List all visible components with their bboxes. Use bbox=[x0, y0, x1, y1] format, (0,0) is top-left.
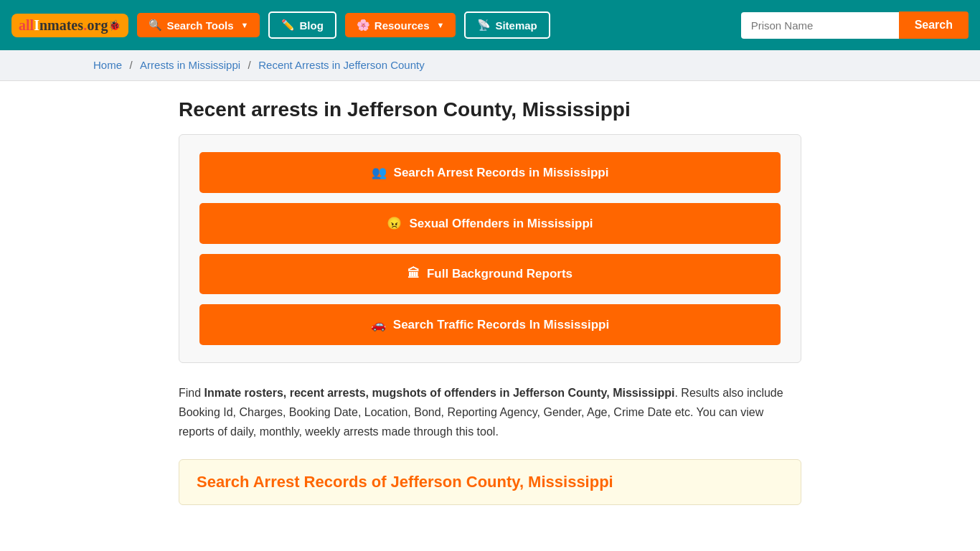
description-paragraph: Find Inmate rosters, recent arrests, mug… bbox=[179, 383, 801, 442]
search-tools-arrow-icon: ▼ bbox=[241, 21, 249, 29]
sexual-offenders-label: Sexual Offenders in Mississippi bbox=[409, 217, 593, 231]
blog-button[interactable]: ✏️ Blog bbox=[268, 11, 336, 39]
site-logo[interactable]: all I nmates . org 🐞 bbox=[11, 14, 128, 37]
resources-icon: 🌸 bbox=[357, 19, 370, 32]
site-header: all I nmates . org 🐞 🔍 Search Tools ▼ ✏️… bbox=[0, 0, 980, 50]
search-section-title: Search Arrest Records of Jefferson Count… bbox=[197, 473, 783, 491]
resources-button[interactable]: 🌸 Resources ▼ bbox=[345, 13, 456, 37]
blog-label: Blog bbox=[299, 19, 323, 32]
logo-all: all bbox=[19, 17, 34, 34]
header-search-area: Search bbox=[741, 11, 969, 39]
resources-arrow-icon: ▼ bbox=[437, 21, 445, 29]
arrest-records-icon: 👥 bbox=[372, 165, 387, 180]
logo-bug-icon: 🐞 bbox=[108, 19, 121, 31]
description-intro: Find bbox=[179, 387, 204, 399]
description-bold: Inmate rosters, recent arrests, mugshots… bbox=[204, 387, 675, 399]
breadcrumb-recent-arrests-link[interactable]: Recent Arrests in Jefferson County bbox=[258, 59, 425, 71]
breadcrumb-sep-1: / bbox=[129, 59, 132, 71]
resources-label: Resources bbox=[374, 19, 430, 32]
search-section: Search Arrest Records of Jefferson Count… bbox=[179, 459, 801, 505]
traffic-records-icon: 🚗 bbox=[371, 317, 386, 332]
traffic-records-button[interactable]: 🚗 Search Traffic Records In Mississippi bbox=[199, 304, 781, 345]
sexual-offenders-icon: 😠 bbox=[387, 216, 402, 231]
search-tools-icon: 🔍 bbox=[149, 19, 162, 32]
background-reports-button[interactable]: 🏛 Full Background Reports bbox=[199, 254, 781, 294]
logo-mates: nmates bbox=[39, 17, 83, 34]
arrest-records-button[interactable]: 👥 Search Arrest Records in Mississippi bbox=[199, 152, 781, 193]
logo-in: I bbox=[34, 17, 39, 34]
main-content: Recent arrests in Jefferson County, Miss… bbox=[167, 81, 813, 534]
page-title: Recent arrests in Jefferson County, Miss… bbox=[179, 98, 801, 121]
logo-org: org bbox=[88, 17, 108, 34]
header-search-label: Search bbox=[915, 19, 953, 31]
arrest-records-label: Search Arrest Records in Mississippi bbox=[394, 166, 609, 180]
search-tools-button[interactable]: 🔍 Search Tools ▼ bbox=[137, 13, 260, 37]
sitemap-label: Sitemap bbox=[495, 19, 537, 32]
background-reports-icon: 🏛 bbox=[407, 267, 420, 281]
blog-icon: ✏️ bbox=[281, 19, 295, 32]
sexual-offenders-button[interactable]: 😠 Sexual Offenders in Mississippi bbox=[199, 203, 781, 244]
header-search-button[interactable]: Search bbox=[899, 11, 969, 39]
breadcrumb-arrests-ms-link[interactable]: Arrests in Mississippi bbox=[140, 59, 240, 71]
background-reports-label: Full Background Reports bbox=[427, 267, 573, 281]
sitemap-button[interactable]: 📡 Sitemap bbox=[464, 11, 550, 39]
search-tools-label: Search Tools bbox=[166, 19, 233, 32]
traffic-records-label: Search Traffic Records In Mississippi bbox=[393, 318, 609, 332]
sitemap-icon: 📡 bbox=[477, 19, 491, 32]
breadcrumb: Home / Arrests in Mississippi / Recent A… bbox=[0, 50, 980, 81]
breadcrumb-sep-2: / bbox=[248, 59, 251, 71]
prison-name-input[interactable] bbox=[741, 12, 899, 39]
breadcrumb-home-link[interactable]: Home bbox=[93, 59, 122, 71]
action-card: 👥 Search Arrest Records in Mississippi 😠… bbox=[179, 134, 801, 363]
